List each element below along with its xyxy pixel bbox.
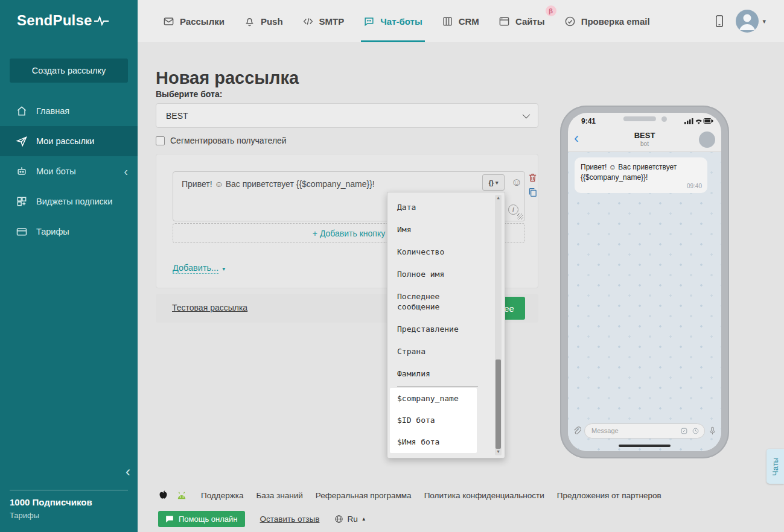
bot-icon xyxy=(16,165,28,177)
chevron-down-icon: ▾ xyxy=(222,265,225,272)
sidebar: SendPulse Создать рассылку Главная Мои р… xyxy=(0,0,138,532)
code-icon xyxy=(302,16,314,27)
chat-header: ‹ BEST bot xyxy=(568,128,721,152)
language-label: Ru xyxy=(347,515,357,524)
phone-speaker xyxy=(623,116,656,121)
sidebar-item-label: Тарифы xyxy=(36,227,69,236)
dropdown-item-last-message[interactable]: Последнее сообщение xyxy=(387,285,505,318)
sidebar-menu: Главная Мои рассылки Мои боты ‹ Виджеты … xyxy=(0,96,138,247)
user-menu[interactable]: ▾ xyxy=(736,10,766,33)
braces-icon: {} xyxy=(488,179,494,186)
footer-link-referral[interactable]: Реферальная программа xyxy=(316,491,412,500)
sidebar-item-home[interactable]: Главная xyxy=(0,96,138,126)
online-help-label: Помощь онлайн xyxy=(179,515,238,524)
scroll-up-icon[interactable]: ▲ xyxy=(497,195,499,201)
sidebar-item-subscription-widgets[interactable]: Виджеты подписки xyxy=(0,186,138,217)
sidebar-item-label: Главная xyxy=(36,106,69,116)
footer-link-knowledge-base[interactable]: База знаний xyxy=(256,491,302,500)
scrollbar-thumb[interactable] xyxy=(496,359,501,449)
chat-input-bar: Message xyxy=(572,423,717,439)
scroll-down-icon[interactable]: ▼ xyxy=(497,449,499,455)
chats-tab-label: Чаты xyxy=(771,457,780,476)
nav-item-crm[interactable]: CRM xyxy=(432,0,489,42)
dropdown-item-presentation[interactable]: Представление xyxy=(387,318,505,340)
sidebar-item-label: Виджеты подписки xyxy=(36,197,112,206)
nav-item-label: Рассылки xyxy=(180,16,225,27)
dropdown-item-country[interactable]: Страна xyxy=(387,340,505,363)
nav-item-email-verification[interactable]: Проверка email xyxy=(555,0,660,42)
footer-link-partner-offers[interactable]: Предложения от партнеров xyxy=(557,491,661,500)
mail-icon xyxy=(163,16,174,27)
segment-checkbox[interactable] xyxy=(156,136,165,145)
brand-logo[interactable]: SendPulse xyxy=(17,12,109,29)
resize-handle[interactable] xyxy=(517,214,523,220)
online-help-button[interactable]: Помощь онлайн xyxy=(158,511,245,527)
message-input: Message xyxy=(584,423,705,439)
widgets-icon xyxy=(16,195,28,207)
emoji-button[interactable]: ☺ xyxy=(509,174,524,191)
home-icon xyxy=(16,105,28,117)
nav-item-chatbots[interactable]: Чат-боты xyxy=(354,0,432,42)
phone-camera xyxy=(661,116,667,122)
dropdown-item-surname[interactable]: Фамилия xyxy=(387,363,505,385)
avatar xyxy=(736,10,759,33)
sidebar-item-my-campaigns[interactable]: Мои рассылки xyxy=(0,126,138,156)
brand-name: SendPulse xyxy=(17,12,92,29)
check-circle-icon xyxy=(564,16,576,27)
chats-side-tab[interactable]: Чаты xyxy=(766,449,784,484)
delete-message-icon[interactable] xyxy=(527,172,538,183)
help-chat-icon xyxy=(165,515,174,523)
insert-variable-button[interactable]: {} ▾ xyxy=(482,174,505,191)
sidebar-item-my-bots[interactable]: Мои боты ‹ xyxy=(0,156,138,186)
dropdown-scrollbar[interactable]: ▲ ▼ xyxy=(495,195,502,455)
add-more-link[interactable]: Добавить... ▾ xyxy=(173,263,225,274)
sidebar-item-tariffs[interactable]: Тарифы xyxy=(0,217,138,247)
phone-screen: 9:41 ‹ BEST bot xyxy=(568,113,721,451)
apple-icon[interactable] xyxy=(158,489,168,501)
dropdown-item-company-name[interactable]: $company_name xyxy=(390,388,477,410)
create-campaign-button[interactable]: Создать рассылку xyxy=(10,59,128,83)
bot-select[interactable]: BEST xyxy=(156,103,538,128)
scrollbar-track[interactable] xyxy=(495,201,502,449)
nav-right-group: ▾ xyxy=(714,0,784,42)
chat-bubble-text: Привет! ☺ Вас приветствует {{$company_na… xyxy=(581,163,677,182)
nav-item-label: SMTP xyxy=(319,16,345,27)
mic-icon xyxy=(708,426,717,436)
language-selector[interactable]: Ru ▲ xyxy=(334,515,366,524)
footer-links-row: Поддержка База знаний Реферальная програ… xyxy=(158,489,661,501)
chevron-down-icon xyxy=(523,111,531,119)
footer-link-privacy[interactable]: Политика конфиденциальности xyxy=(424,491,544,500)
sidebar-divider xyxy=(10,490,128,490)
mobile-preview-icon[interactable] xyxy=(714,14,725,28)
chat-area: Привет! ☺ Вас приветствует {{$company_na… xyxy=(568,152,721,451)
sidebar-collapse-icon[interactable]: ‹ xyxy=(126,464,130,479)
nav-item-smtp[interactable]: SMTP xyxy=(293,0,354,42)
footer-link-support[interactable]: Поддержка xyxy=(201,491,243,500)
nav-item-label: Проверка email xyxy=(581,16,650,27)
nav-item-sites[interactable]: Сайты β xyxy=(489,0,555,42)
dropdown-item-fullname[interactable]: Полное имя xyxy=(387,263,505,285)
bot-select-label: Выберите бота: xyxy=(156,89,222,99)
dropdown-item-bot-name[interactable]: $Имя бота xyxy=(390,431,477,453)
phone-preview: 9:41 ‹ BEST bot xyxy=(560,106,729,458)
test-campaign-link[interactable]: Тестовая рассылка xyxy=(172,303,247,312)
dropdown-item-quantity[interactable]: Количество xyxy=(387,241,505,263)
subscribers-tariffs-link[interactable]: Тарифы xyxy=(10,511,39,520)
nav-item-push[interactable]: Push xyxy=(234,0,293,42)
dropdown-item-bot-id[interactable]: $ID бота xyxy=(390,410,477,431)
copy-message-icon[interactable] xyxy=(527,187,538,198)
clock-icon xyxy=(692,427,700,435)
dropdown-item-name[interactable]: Имя xyxy=(387,218,505,241)
dropdown-item-date[interactable]: Дата xyxy=(387,196,505,218)
submenu-chevron-icon[interactable]: ‹ xyxy=(124,165,128,177)
nav-item-label: Push xyxy=(261,16,283,27)
android-icon[interactable] xyxy=(176,490,188,501)
feedback-link[interactable]: Оставить отзыв xyxy=(260,515,320,524)
dropdown-highlighted-group: $company_name $ID бота $Имя бота xyxy=(390,388,477,453)
contact-subtitle: bot xyxy=(568,141,721,147)
tariffs-icon xyxy=(16,226,28,238)
segment-label: Сегментировать получателей xyxy=(170,136,287,145)
chevron-down-icon: ▾ xyxy=(496,180,499,186)
nav-item-campaigns[interactable]: Рассылки xyxy=(153,0,234,42)
dropdown-divider xyxy=(397,386,478,387)
